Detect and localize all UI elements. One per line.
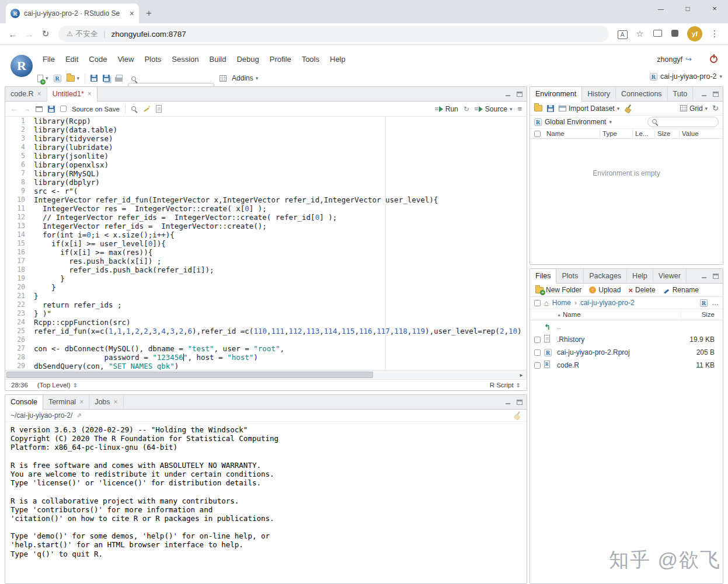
console-output[interactable]: R version 3.6.3 (2020-02-29) -- "Holding… [5,422,527,575]
upload-button[interactable]: Upload [589,286,621,294]
environment-tab-connections[interactable]: Connections [616,87,668,101]
back-navigation-icon[interactable] [10,104,18,113]
code-line[interactable]: library(jsonlite) [34,152,527,160]
code-line[interactable]: library(openxlsx) [34,160,527,169]
file-name[interactable]: code.R [557,361,681,369]
file-checkbox[interactable] [534,362,541,369]
more-icon[interactable] [712,299,719,307]
rerun-icon[interactable] [464,105,469,113]
maximize-pane-icon[interactable] [517,92,523,97]
browser-tab[interactable]: cai-ju-yiyao-pro-2 · RStudio Se [6,4,139,23]
code-line[interactable]: } [34,274,527,283]
breadcrumb-home[interactable]: Home [552,299,571,307]
extension-icon[interactable] [649,29,666,39]
code-line[interactable]: src <- r"( [34,187,527,195]
menu-session[interactable]: Session [166,53,204,66]
close-icon[interactable] [79,398,83,405]
source-on-save-checkbox[interactable] [60,106,67,112]
console-tab-console[interactable]: Console [5,395,43,410]
home-icon[interactable] [544,299,549,307]
browser-menu-icon[interactable] [706,29,723,39]
code-line[interactable]: library(data.table) [34,125,527,134]
code-line[interactable]: IntegerVector refer_id_fun(IntegerVector… [34,195,527,204]
maximize-pane-icon[interactable] [517,400,523,405]
minimize-pane-icon[interactable] [701,273,708,279]
column-header-le[interactable]: Le... [633,129,655,138]
environment-search-box[interactable] [647,117,719,127]
close-tab-icon[interactable] [130,9,134,18]
new-file-button[interactable] [37,75,48,82]
refresh-icon[interactable] [712,104,719,113]
rename-button[interactable]: Rename [663,286,699,294]
code-line[interactable]: return refer_ids ; [34,300,527,309]
environment-tab-environment[interactable]: Environment [530,87,582,102]
file-row[interactable]: .Rhistory19.9 KB [530,333,723,346]
file-row[interactable]: code.R11 KB [530,359,723,372]
delete-button[interactable]: Delete [628,286,655,295]
console-prompt-line[interactable]: > [5,575,527,583]
addins-button[interactable]: Addins [232,74,258,82]
column-header-size[interactable]: Size [681,309,723,320]
puzzle-extension-icon[interactable] [666,29,684,39]
save-document-button[interactable] [48,106,55,113]
address-bar[interactable]: 不安全 | zhongyufei.com:8787 [58,26,609,42]
files-tab-help[interactable]: Help [627,269,653,283]
file-checkbox[interactable] [534,349,541,356]
code-line[interactable]: } )" [34,309,527,318]
import-dataset-button[interactable]: Import Dataset [559,104,619,113]
new-project-button[interactable] [54,75,61,82]
menu-profile[interactable]: Profile [264,53,297,66]
clear-console-icon[interactable] [513,411,521,419]
file-name[interactable]: .Rhistory [557,335,681,344]
code-line[interactable]: dbSendQuery(con, "SET NAMES gbk") [34,362,527,370]
column-header-name[interactable]: Name [557,311,681,318]
menu-edit[interactable]: Edit [60,53,83,66]
document-outline-icon[interactable] [517,104,522,113]
environment-tab-tuto[interactable]: Tuto [668,87,694,101]
file-name[interactable]: cai-ju-yiyao-pro-2.Rproj [557,348,681,356]
code-line[interactable]: library(dbplyr) [34,178,527,187]
horizontal-scrollbar[interactable] [5,370,527,379]
menu-debug[interactable]: Debug [231,53,264,66]
save-all-button[interactable] [103,75,110,82]
sign-out-icon[interactable] [685,55,692,64]
file-row[interactable]: .. [530,320,723,333]
column-header-name[interactable]: Name [544,129,600,138]
close-icon[interactable] [88,90,92,97]
maximize-window-button[interactable] [674,0,701,18]
menu-code[interactable]: Code [83,53,112,66]
code-line[interactable]: library(Rcpp) [34,117,527,125]
select-all-checkbox[interactable] [534,300,541,306]
select-all-checkbox[interactable] [534,131,541,137]
quit-session-button[interactable] [710,55,717,63]
menu-plots[interactable]: Plots [139,53,166,66]
files-tab-packages[interactable]: Packages [584,269,627,283]
scope-selector[interactable]: (Top Level) [37,382,78,389]
scroll-right-icon[interactable] [517,371,525,379]
menu-build[interactable]: Build [204,53,232,66]
menu-view[interactable]: View [112,53,139,66]
save-button[interactable] [90,75,97,82]
find-replace-icon[interactable] [131,106,138,113]
new-folder-button[interactable]: New Folder [535,286,581,294]
column-header-type[interactable]: Type [600,129,633,138]
compile-report-icon[interactable] [156,105,162,113]
open-file-button[interactable] [67,75,80,82]
source-code[interactable]: library(Rcpp)library(data.table)library(… [30,117,527,370]
new-tab-button[interactable] [146,8,152,19]
code-line[interactable] [34,335,527,344]
profile-avatar[interactable]: yf [687,26,702,41]
code-line[interactable]: // IntegerVector refer_ids = IntegerVect… [34,213,527,222]
files-tab-files[interactable]: Files [530,269,556,284]
menu-help[interactable]: Help [325,53,351,66]
clear-objects-icon[interactable] [624,104,632,113]
code-line[interactable]: refer_ids.push_back(refer_id[i]); [34,265,527,274]
workspace-panes-icon[interactable] [220,75,227,82]
code-line[interactable]: if(x[i] >= user_level[0]){ [34,239,527,248]
code-tools-icon[interactable] [143,105,151,113]
file-name[interactable]: .. [557,323,681,331]
column-header-value[interactable]: Value [680,129,723,138]
files-tab-plots[interactable]: Plots [556,269,584,283]
close-icon[interactable] [37,90,41,97]
maximize-pane-icon[interactable] [713,92,719,97]
